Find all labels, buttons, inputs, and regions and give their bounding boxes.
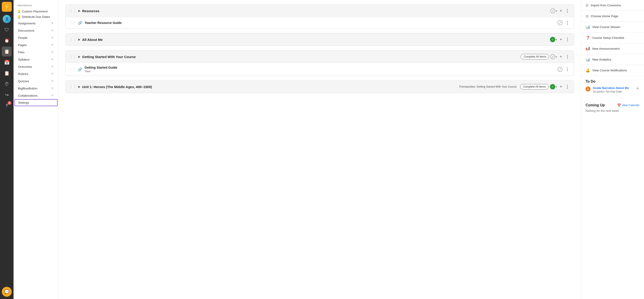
drag-handle-all-about-me[interactable]: ⋮⋮ <box>69 38 76 42</box>
sidebar-item-bigbluebutton[interactable]: BigBlueButton 👁 <box>14 85 58 92</box>
more-btn-resources[interactable]: ⋮ <box>564 8 570 14</box>
eye-icon-files: 👁 <box>51 50 54 54</box>
sidebar-item-settings[interactable]: Settings <box>14 99 58 106</box>
icon-bar-bottom: 💬 <box>2 287 12 299</box>
add-btn-unit1[interactable]: + <box>559 84 563 90</box>
drag-handle-getting-started[interactable]: ⋮⋮ <box>69 55 76 59</box>
calendar-icon-small: 📅 <box>617 103 621 107</box>
sidebar-item-outcomes[interactable]: Outcomes 👁 <box>14 63 58 70</box>
calendar-icon-btn[interactable]: 📅 <box>2 57 12 67</box>
new-analytics-btn[interactable]: 📊 New Analytics <box>581 54 644 65</box>
notebook-icon-btn[interactable]: 📋 <box>2 47 12 57</box>
list-icon-btn[interactable]: 📋 <box>2 68 12 78</box>
status-caret-unit1[interactable]: ▾ <box>555 85 557 89</box>
eye-icon-quizzes: 👁 <box>51 79 54 83</box>
status-dropdown-getting-started: ▾ <box>550 54 557 59</box>
setup-checklist-btn[interactable]: ❓ Course Setup Checklist <box>581 33 644 43</box>
status-circle-unit1: ✓ <box>550 84 555 89</box>
more-btn-getting-started-guide[interactable]: ⋮ <box>564 66 570 72</box>
collapse-all-about-me[interactable]: ▶ <box>78 38 80 41</box>
redirect-icon-btn[interactable]: ↪ <box>2 90 12 100</box>
view-stream-btn[interactable]: 📊 View Course Stream <box>581 22 644 33</box>
more-btn-unit1[interactable]: ⋮ <box>564 84 570 90</box>
coming-up-title: Coming Up <box>586 103 605 107</box>
collapse-getting-started[interactable]: ▶ <box>78 55 80 58</box>
collapse-resources[interactable]: ▶ <box>78 9 80 13</box>
eye-icon-outcomes: 👁 <box>51 65 54 68</box>
link-icon-teacher-guide: 🔗 <box>78 21 82 25</box>
sidebar-item-custom-placement[interactable]: 💡 Custom Placement <box>14 9 58 14</box>
module-header-getting-started: ⋮⋮ ▶ Getting Started With Your Course Co… <box>66 51 574 63</box>
more-btn-all-about-me[interactable]: ⋮ <box>564 37 570 43</box>
drag-handle-unit1[interactable]: ⋮⋮ <box>69 85 76 89</box>
collapse-unit1[interactable]: ▶ <box>78 85 80 88</box>
new-announcement-btn[interactable]: 📢 New Announcement <box>581 43 644 54</box>
complete-all-btn-unit1[interactable]: Complete All Items <box>520 84 548 89</box>
coming-up-section: Coming Up 📅 View Calendar Nothing for th… <box>581 100 644 116</box>
shield-icon-btn[interactable]: 🛡 <box>2 25 12 35</box>
chat-btn[interactable]: 💬 <box>2 287 12 297</box>
sidebar-item-quizzes[interactable]: Quizzes 👁 <box>14 78 58 85</box>
item-info-getting-started-guide: Getting Started Guide View <box>84 66 555 73</box>
new-analytics-icon: 📊 <box>586 57 590 62</box>
right-sidebar: ⊙ Import from Commons ⊙ Choose Home Page… <box>581 0 644 299</box>
eye-icon-discussions: 👁 <box>51 29 54 32</box>
item-subtitle-getting-started-guide: View <box>84 70 555 73</box>
sidebar-item-collaborations[interactable]: Collaborations 👁 <box>14 92 58 99</box>
choose-home-icon: ⊙ <box>586 14 588 18</box>
drag-handle-getting-started-guide[interactable]: ⋮⋮ <box>69 68 76 71</box>
avatar-btn[interactable]: 👤 <box>2 14 12 24</box>
logo-icon: ⚡ <box>4 4 10 10</box>
prereq-label-unit1: Prerequisites: Getting Started With Your… <box>459 85 519 88</box>
sidebar-item-pages[interactable]: Pages 👁 <box>14 41 58 49</box>
history-icon-btn[interactable]: ⏱ <box>2 79 12 89</box>
drag-handle-teacher-guide[interactable]: ⋮⋮ <box>69 21 76 25</box>
logo-btn[interactable]: ⚡ <box>2 2 12 12</box>
status-dropdown-resources: ▾ <box>550 8 557 13</box>
view-calendar-btn[interactable]: 📅 View Calendar <box>617 103 640 107</box>
chat-icon: 💬 <box>4 289 9 294</box>
status-caret-getting-started[interactable]: ▾ <box>555 55 557 59</box>
sidebar-item-files[interactable]: Files 👁 <box>14 49 58 56</box>
icon-bar: ⚡ 👤 🛡 ⏰ 📋 📅 📋 ⏱ ↪ ? 6 � <box>0 0 14 299</box>
sidebar-item-assignments[interactable]: Assignments 👁 <box>14 20 58 27</box>
todo-number-1: 1 <box>586 87 590 92</box>
status-circle-all-about-me: ✓ <box>550 37 555 42</box>
sidebar-item-syllabus[interactable]: Syllabus 👁 <box>14 56 58 63</box>
module-header-left-resources: ⋮⋮ ▶ Resources <box>69 9 548 13</box>
module-header-left-getting-started: ⋮⋮ ▶ Getting Started With Your Course <box>69 55 519 59</box>
module-header-right-all-about-me: ✓ ▾ + ⋮ <box>550 37 570 43</box>
import-commons-btn[interactable]: ⊙ Import from Commons <box>581 0 644 11</box>
complete-all-btn-getting-started[interactable]: Complete All Items <box>520 54 549 59</box>
add-btn-all-about-me[interactable]: + <box>559 37 563 43</box>
sidebar-item-people[interactable]: People 👁 <box>14 34 58 41</box>
help-badge: 6 <box>8 101 11 105</box>
eye-icon-collaborations: 👁 <box>51 94 54 97</box>
module-header-unit1: ⋮⋮ ▶ Unit 1: Heroes (The Middle Ages, 40… <box>66 81 574 93</box>
history-icon: ⏱ <box>4 82 9 87</box>
drag-handle-resources[interactable]: ⋮⋮ <box>69 9 76 13</box>
no-entry-icon-resources <box>550 8 555 13</box>
sidebar-item-rubrics[interactable]: Rubrics 👁 <box>14 70 58 78</box>
coming-up-header: Coming Up 📅 View Calendar <box>586 103 640 107</box>
todo-meta-1: 10 points • No Due Date <box>593 90 634 93</box>
import-commons-icon: ⊙ <box>586 3 588 8</box>
choose-home-btn[interactable]: ⊙ Choose Home Page <box>581 11 644 22</box>
sidebar-attendance-label: Attendance <box>14 2 58 9</box>
add-btn-resources[interactable]: + <box>559 8 563 14</box>
sidebar-item-distribute-due-dates[interactable]: 💡 Distribute Due Dates <box>14 14 58 20</box>
view-notifications-btn[interactable]: 🔔 View Course Notifications <box>581 65 644 76</box>
status-caret-all-about-me[interactable]: ▾ <box>555 38 557 41</box>
status-caret-resources[interactable]: ▾ <box>555 9 557 13</box>
todo-close-btn-1[interactable]: ✕ <box>636 86 640 91</box>
bulb-icon-custom: 💡 <box>17 10 21 13</box>
help-icon: ? <box>6 104 8 108</box>
add-btn-getting-started[interactable]: + <box>559 54 563 60</box>
clock-icon-btn[interactable]: ⏰ <box>2 36 12 46</box>
more-btn-getting-started[interactable]: ⋮ <box>564 54 570 60</box>
more-btn-teacher-guide[interactable]: ⋮ <box>564 20 570 26</box>
sidebar-item-discussions[interactable]: Discussions 👁 <box>14 27 58 34</box>
help-icon-btn[interactable]: ? 6 <box>2 101 12 111</box>
todo-title-grade-narrative[interactable]: Grade Narrative About Me <box>593 86 634 90</box>
setup-checklist-label: Course Setup Checklist <box>592 36 624 40</box>
